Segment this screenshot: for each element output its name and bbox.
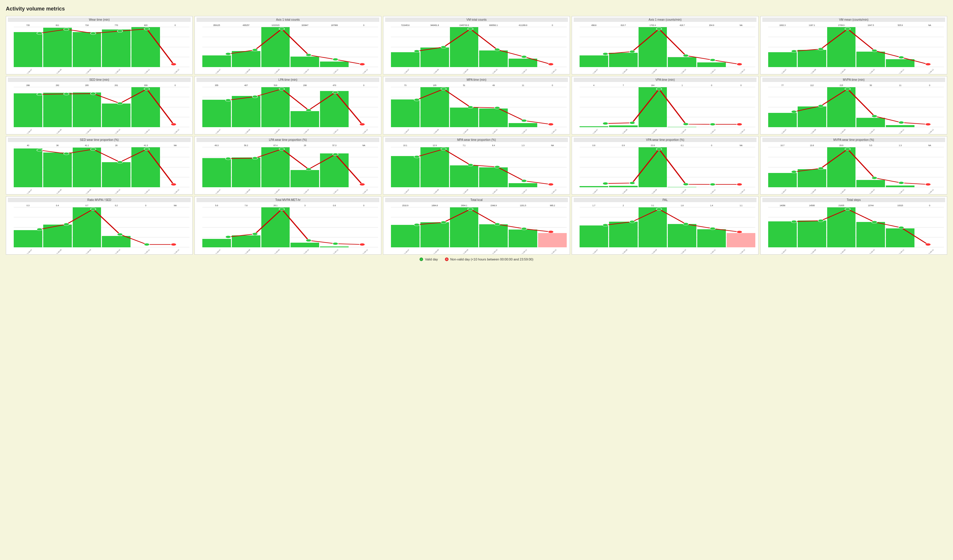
svg-point-52 [710,123,716,126]
chart-total-steps: Total steps14056145952163513744103150202… [760,196,947,255]
chart-area-ratio-mvpa-sed: 0.30.40.70.20NA2021-04-072021-04-082021-… [8,203,191,254]
svg-point-83 [737,183,742,186]
chart-total-kcal: Total kcal1510.91694.62694.11548.91201.5… [383,196,570,255]
svg-point-115 [818,219,824,222]
svg-point-79 [630,182,635,184]
chart-area-axis1-total: 359125495257122231532084716799902021-04-… [197,23,379,74]
svg-point-42 [414,99,419,101]
svg-point-32 [90,93,96,95]
line-overlay [197,143,379,194]
svg-point-38 [279,88,285,90]
chart-area-pal: 1.723.11.81.41.12021-04-072021-04-082021… [574,203,756,254]
svg-point-98 [279,208,285,210]
chart-title-mpa-time: MPA time (min) [385,77,568,82]
chart-area-mpa-time: 7310551491102021-04-072021-04-082021-04-… [385,83,568,134]
svg-point-5 [171,63,176,66]
chart-area-axis1-mean: 498.8610.71702.4416.7204.9NA2021-04-0720… [574,23,756,74]
chart-sed-time: SED time (min)28829229520133902021-04-07… [6,76,193,135]
chart-area-lpa-proportion: 49.350.267.42957.3NA2021-04-072021-04-08… [197,143,379,194]
svg-point-23 [737,63,742,66]
chart-area-sed-time: 28829229520133902021-04-072021-04-082021… [8,83,191,134]
svg-point-96 [225,236,231,238]
svg-point-36 [225,99,231,102]
chart-title-total-steps: Total steps [762,198,945,202]
chart-area-wear-time: 72081171877082002021-04-072021-04-082021… [8,23,191,74]
svg-point-100 [332,242,338,245]
svg-point-112 [710,227,716,230]
svg-point-10 [332,58,338,61]
svg-point-71 [359,183,365,186]
svg-point-22 [710,59,716,61]
svg-point-82 [710,183,716,186]
valid-dot [419,258,423,261]
svg-point-44 [468,106,473,108]
svg-point-7 [252,49,258,51]
svg-point-95 [171,243,176,246]
svg-point-13 [441,46,446,48]
svg-point-2 [90,32,96,35]
svg-point-30 [37,93,42,96]
chart-title-sed-time: SED time (min) [8,77,191,82]
svg-point-61 [64,152,69,155]
chart-total-mvpa-met: Total MVPA MET-hr5.67.826.130.602021-04-… [194,196,381,255]
svg-point-80 [657,148,662,150]
chart-area-vm-total: 721645.8946491.61945733.9806592.1411269.… [385,23,568,74]
chart-axis1-total: Axis 1 total counts359125495257122231532… [194,16,381,74]
svg-point-59 [925,123,931,126]
chart-area-vpa-proportion: 0.60.922.80.10NA2021-04-072021-04-082021… [574,143,756,194]
chart-area-lpa-time: 35540751920847002021-04-072021-04-082021… [197,83,379,134]
chart-pal: PAL1.723.11.81.41.12021-04-072021-04-082… [572,196,759,255]
chart-mvpa-proportion: MVPA wear time proportion (%)10.713.629.… [760,136,947,195]
charts-grid: Wear time (min)72081171877082002021-04-0… [6,16,947,255]
line-overlay [574,203,756,254]
svg-point-27 [872,49,877,52]
chart-area-sed-proportion: 403641.12641.3NA2021-04-072021-04-082021… [8,143,191,194]
chart-mpa-proportion: MPA wear time proportion (%)10.112.97.16… [383,136,570,195]
chart-area-vm-mean: 1002.31167.12709.91047.5525.9NA2021-04-0… [762,23,945,74]
svg-point-69 [306,168,312,171]
chart-title-mvpa-time: MVPA time (min) [762,77,945,82]
svg-point-73 [441,148,446,150]
svg-point-92 [90,208,96,210]
svg-point-35 [171,123,176,126]
chart-mpa-time: MPA time (min)7310551491102021-04-072021… [383,76,570,135]
svg-point-114 [791,220,797,223]
svg-point-6 [225,53,231,55]
line-overlay [197,83,379,134]
svg-point-111 [683,223,689,226]
svg-point-3 [117,30,123,32]
svg-point-37 [252,95,258,98]
svg-point-101 [359,243,365,246]
svg-point-67 [252,157,258,159]
svg-point-43 [441,88,446,90]
chart-title-wear-time: Wear time (min) [8,17,191,22]
svg-point-94 [144,243,149,246]
line-overlay [762,143,945,194]
chart-title-ratio-mvpa-sed: Ratio MVPA / SED [8,198,191,202]
svg-point-46 [521,119,527,122]
svg-point-15 [495,48,500,51]
svg-point-51 [683,123,689,125]
chart-mvpa-time: MVPA time (min)77112215501102021-04-0720… [760,76,947,135]
chart-title-mvpa-proportion: MVPA wear time proportion (%) [762,138,945,142]
svg-point-84 [791,171,797,173]
svg-point-1 [64,28,69,31]
svg-point-85 [818,167,824,170]
svg-point-57 [872,115,877,118]
svg-point-78 [603,182,608,185]
chart-area-total-mvpa-met: 5.67.826.130.602021-04-072021-04-082021-… [197,203,379,254]
chart-axis1-mean: Axis 1 mean (counts/min)498.8610.71702.4… [572,16,759,74]
svg-point-88 [899,182,904,184]
svg-point-54 [791,111,797,113]
svg-point-40 [332,91,338,94]
svg-point-58 [899,121,904,124]
svg-point-49 [630,122,635,124]
svg-point-81 [683,183,689,186]
line-overlay [8,83,191,134]
svg-point-26 [845,28,851,30]
line-overlay [385,143,568,194]
line-overlay [8,23,191,74]
svg-point-24 [791,50,797,53]
svg-point-39 [306,109,312,111]
svg-point-29 [925,63,931,66]
